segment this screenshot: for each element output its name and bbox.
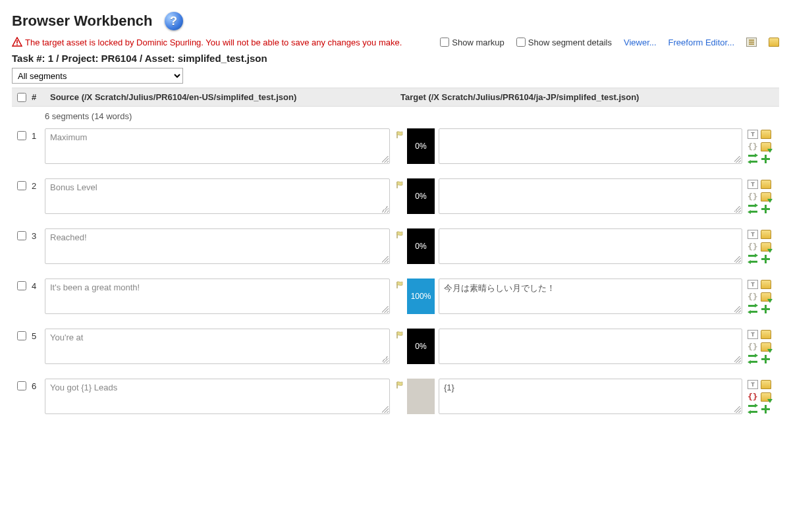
brackets-icon[interactable]: {}: [748, 142, 758, 151]
open-folder-icon[interactable]: [761, 380, 771, 389]
swap-icon[interactable]: [748, 404, 758, 413]
flag-icon[interactable]: [396, 181, 404, 189]
flag-icon[interactable]: [396, 331, 404, 339]
folder-icon[interactable]: [769, 38, 779, 47]
row-checkbox[interactable]: [17, 331, 26, 340]
warning-text: The target asset is locked by Dominic Sp…: [25, 38, 402, 47]
show-markup-text: Show markup: [452, 38, 504, 47]
show-markup-checkbox-label[interactable]: Show markup: [440, 38, 504, 47]
source-text[interactable]: You're at: [45, 329, 390, 364]
source-text[interactable]: Reached!: [45, 228, 390, 264]
add-icon[interactable]: [761, 354, 771, 363]
resize-handle-icon[interactable]: [734, 306, 741, 313]
resize-handle-icon[interactable]: [382, 256, 389, 263]
row-checkbox[interactable]: [17, 231, 26, 240]
toggle-translation-icon[interactable]: T: [748, 280, 758, 289]
brackets-icon[interactable]: {}: [748, 192, 758, 201]
resize-handle-icon[interactable]: [382, 406, 389, 413]
svg-rect-0: [16, 40, 18, 43]
toggle-translation-icon[interactable]: T: [748, 130, 758, 139]
flag-icon[interactable]: [396, 231, 404, 239]
match-score: 0%: [407, 128, 435, 164]
open-folder-icon[interactable]: [761, 180, 771, 189]
open-folder-icon[interactable]: [761, 330, 771, 339]
folder-download-icon[interactable]: [761, 142, 771, 151]
brackets-icon[interactable]: {}: [748, 342, 758, 352]
toggle-translation-icon[interactable]: T: [748, 180, 758, 189]
show-markup-checkbox[interactable]: [440, 38, 449, 47]
row-checkbox[interactable]: [17, 181, 26, 190]
resize-handle-icon[interactable]: [382, 206, 389, 213]
resize-handle-icon[interactable]: [734, 156, 741, 163]
add-icon[interactable]: [761, 304, 771, 313]
flag-icon[interactable]: [396, 281, 404, 289]
resize-handle-icon[interactable]: [382, 306, 389, 313]
row-number: 1: [32, 128, 45, 164]
toggle-translation-icon[interactable]: T: [748, 380, 758, 389]
toggle-translation-icon[interactable]: T: [748, 330, 758, 339]
match-score: [407, 379, 435, 414]
open-folder-icon[interactable]: [761, 280, 771, 289]
source-text[interactable]: It's been a great month!: [45, 279, 390, 314]
match-score: 0%: [407, 329, 435, 364]
brackets-icon[interactable]: {}: [748, 392, 758, 402]
resize-handle-icon[interactable]: [734, 356, 741, 363]
help-icon[interactable]: ?: [165, 12, 183, 30]
target-text[interactable]: [439, 228, 742, 264]
flag-icon[interactable]: [396, 131, 404, 139]
resize-handle-icon[interactable]: [382, 356, 389, 363]
swap-icon[interactable]: [748, 254, 758, 263]
target-text[interactable]: {1}: [439, 379, 742, 414]
add-icon[interactable]: [761, 154, 771, 163]
brackets-icon[interactable]: {}: [748, 292, 758, 302]
folder-download-icon[interactable]: [761, 192, 771, 201]
show-segment-details-checkbox-label[interactable]: Show segment details: [516, 38, 612, 47]
select-all-checkbox[interactable]: [17, 93, 26, 102]
col-target-header: Target (/X Scratch/Julius/PR6104/ja-JP/s…: [395, 92, 748, 102]
segment-filter-select[interactable]: All segments: [12, 68, 183, 84]
warning-icon: [12, 37, 22, 47]
folder-download-icon[interactable]: [761, 242, 771, 252]
add-icon[interactable]: [761, 254, 771, 263]
source-text[interactable]: Maximum: [45, 128, 390, 164]
viewer-link[interactable]: Viewer...: [624, 38, 657, 47]
segment-count: 6 segments (14 words): [12, 107, 779, 126]
folder-download-icon[interactable]: [761, 292, 771, 302]
swap-icon[interactable]: [748, 154, 758, 163]
open-folder-icon[interactable]: [761, 230, 771, 239]
target-text[interactable]: [439, 329, 742, 364]
row-number: 3: [32, 228, 45, 264]
task-label: Task #: 1 / Project: PR6104 / Asset: sim…: [12, 53, 779, 64]
folder-download-icon[interactable]: [761, 342, 771, 352]
swap-icon[interactable]: [748, 204, 758, 213]
resize-handle-icon[interactable]: [382, 156, 389, 163]
target-text[interactable]: [439, 128, 742, 164]
show-segment-details-text: Show segment details: [528, 38, 612, 47]
brackets-icon[interactable]: {}: [748, 242, 758, 252]
row-checkbox[interactable]: [17, 381, 26, 390]
add-icon[interactable]: [761, 204, 771, 213]
open-folder-icon[interactable]: [761, 130, 771, 139]
swap-icon[interactable]: [748, 354, 758, 363]
toggle-translation-icon[interactable]: T: [748, 230, 758, 239]
resize-handle-icon[interactable]: [734, 206, 741, 213]
source-text[interactable]: Bonus Level: [45, 178, 390, 214]
row-checkbox[interactable]: [17, 131, 26, 140]
add-icon[interactable]: [761, 404, 771, 413]
source-text[interactable]: You got {1} Leads: [45, 379, 390, 414]
resize-handle-icon[interactable]: [734, 406, 741, 413]
row-number: 5: [32, 329, 45, 364]
row-checkbox[interactable]: [17, 281, 26, 290]
target-text[interactable]: [439, 178, 742, 214]
save-icon[interactable]: [746, 38, 757, 47]
resize-handle-icon[interactable]: [734, 256, 741, 263]
row-number: 4: [32, 279, 45, 314]
match-score: 100%: [407, 279, 435, 314]
show-segment-details-checkbox[interactable]: [516, 38, 526, 47]
folder-download-icon[interactable]: [761, 392, 771, 402]
swap-icon[interactable]: [748, 304, 758, 313]
col-num-header: #: [32, 92, 45, 102]
freeform-editor-link[interactable]: Freeform Editor...: [668, 38, 734, 47]
flag-icon[interactable]: [396, 381, 404, 389]
target-text[interactable]: 今月は素晴らしい月でした！: [439, 279, 742, 314]
